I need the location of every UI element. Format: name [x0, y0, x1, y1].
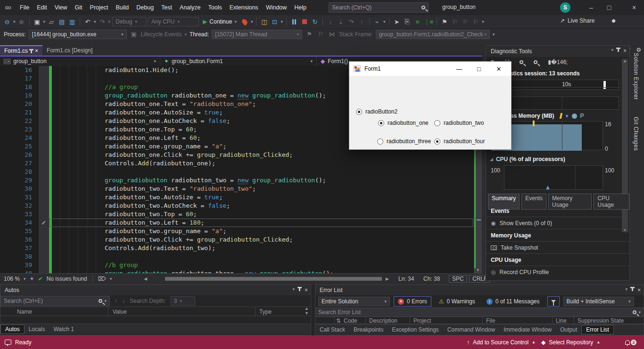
- glyph-margin[interactable]: [39, 252, 49, 261]
- glyph-margin[interactable]: [39, 269, 49, 273]
- column-value[interactable]: Value: [113, 308, 127, 315]
- show-events-item[interactable]: ◉ Show Events (0 of 0): [486, 217, 629, 229]
- add-to-source-control-button[interactable]: ↑ Add to Source Control ▲: [467, 339, 536, 346]
- tab-form1-cs-design[interactable]: Form1.cs [Design]: [42, 45, 97, 56]
- column-name[interactable]: Name: [17, 308, 32, 315]
- save-all-icon[interactable]: ▥: [68, 17, 76, 26]
- glyph-margin[interactable]: [39, 219, 49, 227]
- spaces-indicator[interactable]: SPC: [449, 275, 467, 283]
- stop-debugging-icon[interactable]: [300, 17, 309, 26]
- column-line[interactable]: Line: [556, 317, 567, 324]
- grid-scroll-down-icon[interactable]: ▼: [305, 311, 309, 316]
- navigate-forward-icon[interactable]: ⊕: [17, 17, 26, 26]
- column-suppression-state[interactable]: Suppression State: [578, 317, 624, 324]
- glyph-margin[interactable]: [39, 100, 49, 108]
- radio-circle-icon[interactable]: [377, 138, 383, 145]
- column-type[interactable]: Type: [259, 308, 272, 315]
- tool-window-tab[interactable]: Immediate Window: [499, 325, 556, 334]
- new-project-icon[interactable]: ▣: [33, 17, 41, 26]
- code-cleanup-icon[interactable]: ⌦: [98, 276, 106, 282]
- messages-filter-button[interactable]: i 0 of 11 Messages: [483, 296, 544, 307]
- radio-radioButton2[interactable]: radioButton2: [356, 108, 397, 115]
- flag-threads-icon[interactable]: ⚑: [305, 30, 314, 39]
- glyph-margin[interactable]: [39, 235, 49, 244]
- prev-bookmark-icon[interactable]: ⚐: [451, 17, 459, 26]
- pin-icon[interactable]: [299, 287, 300, 291]
- thread-dropdown[interactable]: [15072] Main Thread▾: [212, 30, 302, 39]
- snapshot-marker-icon[interactable]: [559, 113, 562, 119]
- find-in-files-icon[interactable]: ◫: [260, 17, 268, 26]
- column-file[interactable]: File: [486, 317, 495, 324]
- glyph-margin[interactable]: [39, 142, 49, 151]
- menu-item[interactable]: Window: [262, 0, 290, 15]
- radio-radiobutton_two[interactable]: radiobutton_two: [434, 120, 484, 126]
- tool-window-tab[interactable]: Exception Settings: [388, 325, 443, 334]
- account-avatar[interactable]: S: [560, 2, 570, 13]
- sort-icon[interactable]: ⇅: [336, 317, 341, 324]
- suspend-icon[interactable]: ⋈: [328, 30, 336, 39]
- continue-button[interactable]: ▶ Continue ▾: [201, 18, 239, 25]
- save-icon[interactable]: ▤: [58, 17, 66, 26]
- errors-filter-button[interactable]: ✕ 0 Errors: [394, 296, 431, 307]
- menu-item[interactable]: Build: [112, 0, 132, 15]
- code-line-37[interactable]: 37Controls.Add(radiobutton_two);: [0, 244, 482, 252]
- error-scope-dropdown[interactable]: Entire Solution▾: [318, 297, 390, 306]
- record-cpu-profile-item[interactable]: ◎ Record CPU Profile: [486, 266, 629, 278]
- pin-icon[interactable]: [31, 49, 32, 53]
- code-line-38[interactable]: 38: [0, 252, 482, 261]
- new-project-dropdown-icon[interactable]: ▾: [43, 19, 46, 24]
- sidebar-tab-solution-explorer[interactable]: Solution Explorer: [633, 53, 639, 100]
- select-repository-button[interactable]: ◆ Select Repository ▲: [541, 339, 600, 346]
- clear-bookmarks-icon[interactable]: ⚐: [471, 17, 480, 26]
- glyph-margin[interactable]: [39, 125, 49, 134]
- redo-icon[interactable]: ↷: [98, 17, 107, 26]
- tab-form1-cs[interactable]: Form1.cs ×: [0, 45, 42, 56]
- solution-platform-dropdown[interactable]: Any CPU▾: [148, 17, 199, 26]
- glyph-margin[interactable]: [39, 210, 49, 219]
- hot-reload-dropdown-icon[interactable]: ▾: [251, 19, 253, 24]
- error-list-header[interactable]: Error List ▾ ×: [315, 285, 644, 295]
- glyph-margin[interactable]: [39, 151, 49, 159]
- grid-scroll-up-icon[interactable]: ▲: [305, 306, 309, 311]
- indent-lines-icon[interactable]: ≡: [413, 17, 422, 26]
- code-line-27[interactable]: 27Controls.Add(radiobutton_one);: [0, 159, 482, 168]
- tool-window-tab[interactable]: Output: [556, 325, 581, 334]
- diagnostic-tools-header[interactable]: Diagnostic Tools ▾ ×: [486, 46, 629, 57]
- tool-window-tab[interactable]: Breakpoints: [349, 325, 388, 334]
- code-map-dropdown-icon[interactable]: ▾: [383, 19, 386, 24]
- menu-item[interactable]: Extensions: [226, 0, 262, 15]
- show-next-statement-icon[interactable]: ↑: [357, 17, 366, 26]
- navigate-back-dropdown-icon[interactable]: ▾: [13, 19, 16, 24]
- code-line-28[interactable]: 28: [0, 168, 482, 176]
- zoom-out-icon[interactable]: [534, 60, 537, 64]
- menu-item[interactable]: Debug: [132, 0, 157, 15]
- restart-icon[interactable]: ↻: [311, 17, 319, 26]
- tool-window-tab[interactable]: Call Stack: [315, 325, 349, 334]
- radio-radiobutton_one[interactable]: radiobutton_one: [378, 120, 429, 126]
- lifecycle-events-label[interactable]: Lifecycle Events: [141, 31, 182, 38]
- code-line-34[interactable]: 34radiobutton_two.Left = 180;: [0, 219, 482, 227]
- warnings-filter-button[interactable]: ⚠ 0 Warnings: [435, 296, 479, 307]
- code-line-39[interactable]: 39//b group: [0, 261, 482, 269]
- menu-item[interactable]: View: [51, 0, 71, 15]
- show-flagged-icon[interactable]: ⚐: [316, 30, 325, 39]
- code-line-36[interactable]: 36radiobutton_two.Click += group_radiobu…: [0, 235, 482, 244]
- autos-search-input[interactable]: Search (Ctrl+E) ▾: [0, 296, 110, 306]
- tool-window-tab[interactable]: Error List: [581, 325, 614, 334]
- glyph-margin[interactable]: [39, 117, 49, 125]
- step-into-icon[interactable]: ↓: [326, 17, 335, 26]
- sidebar-tab-git-changes[interactable]: Git Changes: [633, 117, 639, 151]
- hot-reload-icon[interactable]: [240, 17, 249, 26]
- hscroll-left-icon[interactable]: ◀: [144, 276, 147, 281]
- step-over-icon[interactable]: ⇣: [337, 17, 345, 26]
- menu-item[interactable]: Git: [71, 0, 86, 15]
- code-line-35[interactable]: 35radiobutton_two.group_name = "a";: [0, 227, 482, 235]
- radio-circle-icon[interactable]: [378, 120, 384, 126]
- menu-item[interactable]: Test: [157, 0, 176, 15]
- radio-circle-icon[interactable]: [356, 109, 362, 115]
- glyph-margin[interactable]: [39, 108, 49, 117]
- debugbar-overflow-icon[interactable]: ▾: [493, 32, 495, 37]
- scroll-up-icon[interactable]: ▲: [622, 59, 628, 63]
- search-next-icon[interactable]: ↓: [122, 298, 125, 304]
- stack-frame-dropdown[interactable]: group_button.Form1.radioButton2_Check▾: [376, 30, 490, 39]
